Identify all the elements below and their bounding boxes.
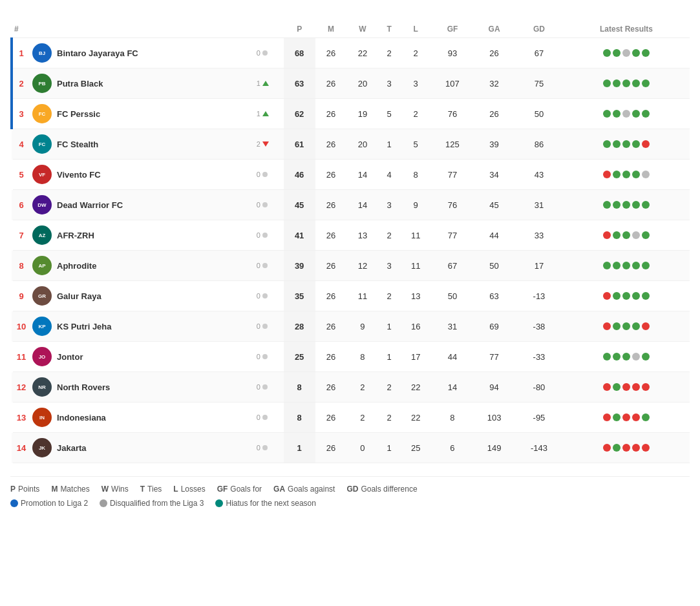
stat-m: 26 xyxy=(315,38,347,68)
legend-key: T xyxy=(140,485,145,494)
stat-l: 11 xyxy=(400,220,432,251)
team-logo: JO xyxy=(32,347,52,366)
result-dot xyxy=(622,262,630,269)
legend-desc: Losses xyxy=(181,485,206,494)
legend-key: GA xyxy=(273,485,285,494)
result-dot xyxy=(632,110,640,118)
result-dot xyxy=(632,262,640,269)
result-dot xyxy=(603,140,611,148)
stat-m: 26 xyxy=(315,372,347,402)
result-dot xyxy=(613,353,620,360)
stat-m: 26 xyxy=(315,311,347,342)
stat-m: 26 xyxy=(315,160,347,190)
neutral-icon xyxy=(262,293,268,298)
latest-results-cell xyxy=(563,342,690,372)
legend-dot-icon xyxy=(10,499,18,507)
neutral-icon xyxy=(262,263,268,268)
neutral-icon xyxy=(262,324,268,329)
result-dot xyxy=(613,322,620,330)
legend-indicators: Promotion to Liga 2Disqualified from the… xyxy=(10,499,690,508)
legend-dot-icon xyxy=(215,499,223,507)
table-row: 10KPKS Putri Jeha0282691163169-38 xyxy=(12,311,690,342)
table-row: 4FCFC Stealth2612620151253986 xyxy=(12,129,690,160)
result-dot xyxy=(613,171,620,178)
result-dot xyxy=(632,383,640,391)
table-row: 14JKJakarta012601256149-143 xyxy=(12,433,690,463)
col-P: P xyxy=(284,21,315,38)
result-dot xyxy=(603,201,611,209)
result-dot xyxy=(642,322,650,330)
stat-t: 1 xyxy=(378,129,399,160)
result-dot xyxy=(603,353,611,360)
stat-t: 4 xyxy=(378,160,399,190)
result-dot xyxy=(642,413,650,421)
stat-gf: 76 xyxy=(432,190,474,220)
col-T: T xyxy=(378,21,399,38)
stat-p: 39 xyxy=(284,251,315,281)
table-row: 8APAphrodite0392612311675017 xyxy=(12,251,690,281)
table-row: 6DWDead Warrior FC045261439764531 xyxy=(12,190,690,220)
stat-l: 8 xyxy=(400,160,432,190)
table-row: 13INIndonesiana082622228103-95 xyxy=(12,402,690,433)
stat-gd: 31 xyxy=(515,190,563,220)
stat-gd: 75 xyxy=(515,68,563,99)
team-logo: NR xyxy=(32,377,52,397)
col-GA: GA xyxy=(473,21,515,38)
stat-gd: 86 xyxy=(515,129,563,160)
legend-indicator-label: Promotion to Liga 2 xyxy=(21,499,88,508)
stat-gd: -143 xyxy=(515,433,563,463)
stat-gf: 44 xyxy=(432,342,474,372)
arrow-up-icon xyxy=(262,81,269,86)
team-name-cell: AFR-ZRH xyxy=(54,220,251,251)
stat-gd: 33 xyxy=(515,220,563,251)
stat-m: 26 xyxy=(315,402,347,433)
result-dot xyxy=(642,262,650,269)
rank-cell: 4 xyxy=(12,129,30,160)
result-dot xyxy=(613,383,620,391)
table-row: 1BJBintaro Jayaraya FC068262222932667 xyxy=(12,38,690,68)
stat-ga: 94 xyxy=(473,372,515,402)
stat-w: 19 xyxy=(346,99,378,129)
latest-results-cell xyxy=(563,372,690,402)
result-dot xyxy=(622,383,630,391)
stat-gd: 17 xyxy=(515,251,563,281)
stat-w: 2 xyxy=(346,372,378,402)
neutral-icon xyxy=(262,233,268,238)
col-logo xyxy=(30,21,54,38)
col-L: L xyxy=(400,21,432,38)
neutral-icon xyxy=(262,384,268,390)
stat-m: 26 xyxy=(315,251,347,281)
result-dot xyxy=(613,140,620,148)
stat-p: 62 xyxy=(284,99,315,129)
stat-l: 2 xyxy=(400,38,432,68)
stat-p: 8 xyxy=(284,402,315,433)
legend-abbrev-item: GFGoals for xyxy=(217,485,262,494)
result-dot xyxy=(642,171,650,178)
result-dot xyxy=(613,413,620,421)
stat-l: 22 xyxy=(400,372,432,402)
team-logo-cell: PB xyxy=(30,68,54,99)
result-dot xyxy=(622,444,630,452)
position-change-cell: 0 xyxy=(251,160,284,190)
rank-cell: 2 xyxy=(12,68,30,99)
legend-abbrev-item: PPoints xyxy=(10,485,39,494)
rank-cell: 14 xyxy=(12,433,30,463)
result-dot xyxy=(603,49,611,57)
stat-ga: 50 xyxy=(473,251,515,281)
stat-w: 8 xyxy=(346,342,378,372)
result-dot xyxy=(632,171,640,178)
stat-t: 3 xyxy=(378,190,399,220)
stat-m: 26 xyxy=(315,99,347,129)
table-row: 3FCFC Perssic162261952762650 xyxy=(12,99,690,129)
team-logo-cell: AZ xyxy=(30,220,54,251)
stat-gd: -13 xyxy=(515,281,563,311)
rank-cell: 6 xyxy=(12,190,30,220)
stat-t: 2 xyxy=(378,372,399,402)
stat-l: 11 xyxy=(400,251,432,281)
stat-l: 25 xyxy=(400,433,432,463)
legend-desc: Wins xyxy=(111,485,129,494)
result-dot xyxy=(632,322,640,330)
stat-ga: 34 xyxy=(473,160,515,190)
stat-ga: 77 xyxy=(473,342,515,372)
result-dot xyxy=(613,231,620,239)
